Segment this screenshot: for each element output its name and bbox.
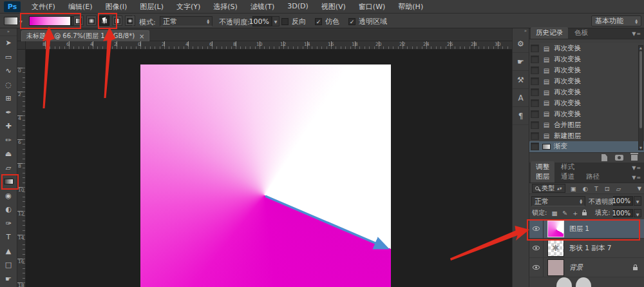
layer-fill-arrow-icon[interactable]: ▼ [634,209,641,217]
layer-name[interactable]: 背景 [569,263,583,272]
history-row[interactable]: 渐变 [529,141,644,152]
layer-row-shape-copy[interactable]: ✱ 形状 1 副本 7 [529,239,644,258]
filter-funnel-icon[interactable]: ▼ [638,186,641,192]
history-source-checkbox[interactable] [531,55,539,63]
quick-selection-tool[interactable]: ◌ [0,78,17,92]
paragraph-panel-icon[interactable]: ¶ [513,107,529,125]
hand-tool[interactable]: ☛ [0,272,17,286]
eraser-tool[interactable]: ▱ [0,161,17,175]
visibility-eye-icon[interactable] [533,246,540,250]
filter-shape-layers-icon[interactable]: ⊡ [605,185,610,192]
history-scrollbar[interactable]: ▲ ▼ [638,45,643,150]
type-tool[interactable]: T [0,230,17,244]
layer-opacity-arrow-icon[interactable]: ▼ [634,196,641,206]
history-row[interactable]: ▤ 再次变换 [529,97,644,108]
tool-preset-picker[interactable] [4,17,18,25]
option-checkbox[interactable]: 反向 [281,17,306,26]
lock-all-icon[interactable] [582,212,587,215]
menu-item[interactable]: 帮助(H) [392,1,429,13]
layer-row-layer1[interactable]: 图层 1 [529,219,644,239]
pen-tool[interactable]: ✑ [0,217,17,231]
tool-preset-arrow-icon[interactable]: ▼ [19,19,23,24]
layer-name[interactable]: 形状 1 副本 7 [569,244,611,253]
history-source-checkbox[interactable] [531,66,539,74]
layer-name[interactable]: 图层 1 [569,224,589,233]
move-tool[interactable]: ➤ [0,36,17,50]
menu-item[interactable]: 3D(D) [281,1,314,13]
radial-gradient-button[interactable] [86,15,97,26]
panel-menu-icon[interactable]: ▼≡ [632,31,641,37]
opacity-arrow-icon[interactable]: ▼ [272,16,279,26]
dock-collapse-icon[interactable]: » [513,28,529,35]
workspace-switcher[interactable]: 基本功能 ▲▼ [591,15,641,26]
eyedropper-tool[interactable]: ✒ [0,106,17,120]
crop-tool[interactable]: ⊞ [0,92,17,106]
history-row[interactable]: ▤ 再次变换 [529,87,644,98]
linear-gradient-button[interactable] [73,15,84,26]
dodge-tool[interactable]: ◐ [0,203,17,217]
new-snapshot-icon[interactable] [615,155,623,161]
shape-tool[interactable]: □ [0,258,17,272]
tab-channels[interactable]: 通道 [556,171,580,183]
delete-state-icon[interactable] [631,155,638,161]
healing-brush-tool[interactable]: ✚ [0,119,17,134]
checkbox-box[interactable]: ✓ [315,18,322,25]
layer-filter-type-select[interactable]: 类型 ▲▼ [532,184,565,193]
layer-opacity-value[interactable]: 100% [613,196,633,206]
path-selection-tool[interactable]: ▲ [0,244,17,259]
visibility-eye-icon[interactable] [533,265,540,270]
menu-item[interactable]: 窗口(W) [353,1,391,13]
history-source-checkbox[interactable] [531,121,539,129]
history-source-checkbox[interactable] [531,88,539,96]
history-source-checkbox[interactable] [531,110,539,118]
history-row[interactable]: ▤ 再次变换 [529,108,644,119]
new-document-from-state-icon[interactable] [601,154,607,161]
marquee-tool[interactable]: ▭ [0,50,17,64]
tab-layers[interactable]: 图层 [531,171,554,183]
layer-thumbnail[interactable] [547,221,564,237]
scrollbar-thumb[interactable] [639,51,642,128]
history-source-checkbox[interactable] [531,45,539,52]
menu-item[interactable]: 编辑(E) [62,1,99,13]
scroll-down-icon[interactable]: ▼ [639,146,643,150]
toolbar-collapse-icon[interactable]: » [0,28,17,36]
menu-item[interactable]: 滤镜(T) [245,1,280,13]
layer-blend-mode-select[interactable]: 正常 ▲▼ [531,196,585,206]
lock-transparency-icon[interactable]: ▦ [551,210,557,217]
filter-type-layers-icon[interactable]: T [594,185,598,192]
lock-paint-icon[interactable]: ✎ [562,210,567,217]
history-source-checkbox[interactable] [531,77,539,85]
checkbox-box[interactable] [281,18,289,25]
history-source-checkbox[interactable] [531,143,539,150]
brush-presets-panel-icon[interactable]: ⚒ [513,71,529,89]
menu-item[interactable]: 选择(S) [207,1,243,13]
layer-row-background[interactable]: 背景 [529,258,644,277]
filter-adjustment-layers-icon[interactable]: ◐ [583,185,588,192]
layer-thumbnail[interactable]: ✱ [547,240,564,257]
checkbox-box[interactable]: ✓ [348,18,355,25]
history-row[interactable]: ▤ 再次变换 [529,43,644,54]
menu-item[interactable]: 图层(L) [134,1,169,13]
angle-gradient-button[interactable] [99,15,109,26]
opacity-value[interactable]: 100% [252,16,272,26]
history-source-checkbox[interactable] [531,132,539,140]
blur-tool[interactable]: ◉ [0,189,17,203]
history-row[interactable]: ▤ 再次变换 [529,54,644,65]
history-row[interactable]: ▤ 新建图层 [529,130,644,141]
lock-move-icon[interactable]: + [573,210,578,217]
document-tab[interactable]: 未标题-1 @ 66.7%(图层 1, RGB/8*) × [21,30,149,41]
option-checkbox[interactable]: ✓ 透明区域 [348,17,387,26]
menu-item[interactable]: 文件(F) [26,1,61,13]
scroll-up-icon[interactable]: ▲ [639,46,643,50]
history-row[interactable]: ▤ 合并图层 [529,119,644,130]
clone-stamp-tool[interactable]: ⏏ [0,147,17,161]
brush-tool[interactable]: ✏ [0,134,17,148]
close-tab-icon[interactable]: × [139,33,144,40]
panel-menu-icon[interactable]: ▼≡ [632,175,641,181]
gradient-preview-button[interactable] [29,16,71,26]
blend-mode-select[interactable]: 正常 ▲▼ [160,16,213,26]
filter-smart-objects-icon[interactable]: ▱ [616,185,621,192]
tab-paths[interactable]: 路径 [581,171,605,183]
diamond-gradient-button[interactable] [125,15,135,26]
extensions-panel-icon[interactable]: ⚙ [513,35,529,53]
